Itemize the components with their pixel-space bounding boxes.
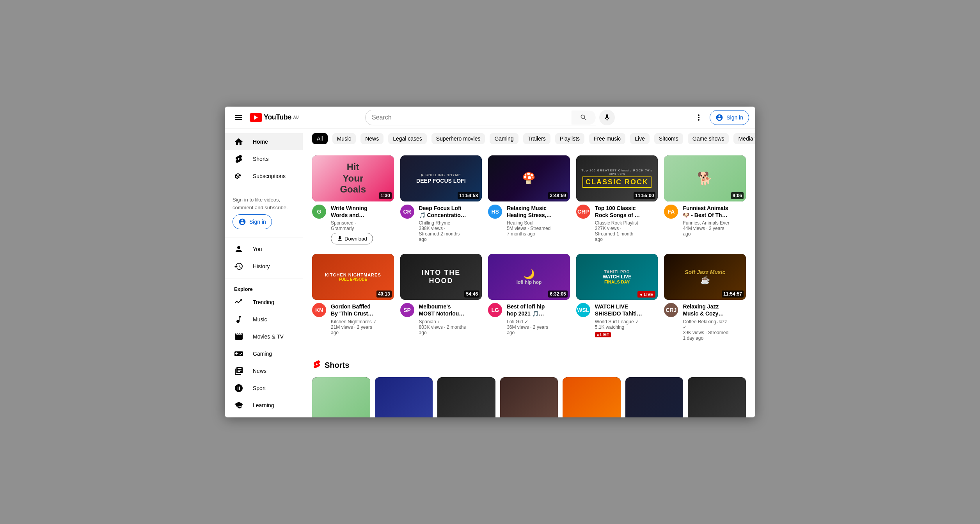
video-card-4[interactable]: Top 100 GREATEST Classic ROCK 70's 80's …	[576, 155, 658, 244]
filter-chip-trailers[interactable]: Trailers	[523, 133, 550, 144]
short-thumbnail-1: 🐕	[312, 377, 370, 417]
short-thumbnail-6: 🦌	[625, 377, 684, 417]
video-info-7: SP Melbourne's MOST Notorious Suburbs pt…	[400, 300, 482, 335]
video-title-6: Gordon Baffled By 'Thin Crust Pizza' | K…	[331, 303, 378, 317]
videos-section: HitYourGoals 1:30 G Write Winning Words …	[303, 149, 755, 356]
filter-chip-all[interactable]: All	[312, 133, 328, 144]
filter-chip-media[interactable]: Media theories	[733, 133, 755, 144]
shorts-grid: 🐕 Golden retriever dog WHAT KIDS SEE WHA…	[312, 377, 746, 417]
sidebar-item-news[interactable]: News	[225, 362, 303, 380]
filter-chip-news[interactable]: News	[360, 133, 383, 144]
history-icon	[234, 262, 243, 271]
search-button[interactable]	[571, 110, 596, 125]
sidebar-label-news: News	[253, 368, 266, 374]
video-card-6[interactable]: KITCHEN NIGHTMARES FULL EPISODE 40:13 KN…	[312, 254, 394, 340]
channel-avatar-8: LG	[488, 303, 502, 317]
sign-in-button[interactable]: Sign in	[710, 110, 749, 125]
filter-chip-gameshows[interactable]: Game shows	[688, 133, 729, 144]
download-button-1[interactable]: Download	[331, 233, 373, 244]
sidebar-item-movies[interactable]: Movies & TV	[225, 328, 303, 345]
thumbnail-6: KITCHEN NIGHTMARES FULL EPISODE 40:13	[312, 254, 394, 300]
search-input[interactable]	[366, 110, 571, 125]
video-stats-4: 327K views · Streamed 1 month ago	[595, 226, 643, 242]
video-title-8: Best of lofi hip hop 2021 🎵 [beats to re…	[507, 303, 554, 317]
channel-avatar-1: G	[312, 205, 326, 219]
explore-section-label: Explore	[225, 282, 303, 294]
short-thumbnail-7: If TikTok was a thing in the 1600s	[688, 377, 746, 417]
sidebar-item-fashion[interactable]: Fashion & beauty	[225, 414, 303, 417]
voice-search-button[interactable]	[599, 110, 615, 125]
sidebar-item-you[interactable]: You	[225, 241, 303, 258]
hamburger-menu-button[interactable]	[231, 110, 247, 125]
video-card-7[interactable]: INTO THEHOOD 54:46 SP Melbourne's MOST N…	[400, 254, 482, 340]
video-meta-6: Gordon Baffled By 'Thin Crust Pizza' | K…	[331, 303, 378, 335]
video-info-5: FA Funniest Animals 🐶 - Best Of The 2020…	[664, 201, 746, 237]
sidebar-item-home[interactable]: Home	[225, 133, 303, 150]
filter-chip-music[interactable]: Music	[332, 133, 356, 144]
video-card-3[interactable]: 🍄 3:48:59 HS Relaxing Music Healing Stre…	[488, 155, 570, 244]
youtube-logo-icon	[250, 113, 262, 122]
sidebar-item-music[interactable]: Music	[225, 311, 303, 328]
thumbnail-9: TAHITI PRO WATCH LIVE FINALS DAY ● LIVE	[576, 254, 658, 300]
more-options-button[interactable]	[691, 110, 707, 125]
filter-chip-legal[interactable]: Legal cases	[388, 133, 427, 144]
video-stats-2: 388K views · Streamed 2 months ago	[419, 226, 467, 242]
trending-icon	[234, 298, 243, 307]
thumbnail-5: 🐕 9:06	[664, 155, 746, 201]
movies-icon	[234, 332, 243, 341]
video-stats-6: 21M views · 2 years ago	[331, 324, 378, 335]
video-card-2[interactable]: ▶ CHILLING RHYME DEEP FOCUS LOFI 11:54:5…	[400, 155, 482, 244]
short-card-7[interactable]: If TikTok was a thing in the 1600s If Ti…	[688, 377, 746, 417]
video-card-1[interactable]: HitYourGoals 1:30 G Write Winning Words …	[312, 155, 394, 244]
short-card-1[interactable]: 🐕 Golden retriever dog	[312, 377, 370, 417]
home-icon	[234, 137, 243, 146]
short-card-6[interactable]: 🦌 Nature and wildlife	[625, 377, 684, 417]
sidebar-label-home: Home	[253, 139, 268, 145]
filter-chip-live[interactable]: Live	[630, 133, 650, 144]
channel-name-9: World Surf League ✓	[595, 319, 643, 324]
short-card-4[interactable]: 🌿 Relaxing short video	[500, 377, 558, 417]
channel-name-6: Kitchen Nightmares ✓	[331, 319, 378, 324]
thumbnail-4: Top 100 GREATEST Classic ROCK 70's 80's …	[576, 155, 658, 201]
channel-avatar-2: CR	[400, 205, 414, 219]
video-title-10: Relaxing Jazz Music & Cozy Coffee Shop A…	[683, 303, 730, 317]
sidebar-label-you: You	[253, 246, 262, 252]
channel-name-8: Lofi Girl ✓	[507, 319, 554, 324]
video-card-8[interactable]: 🌙 lofi hip hop 6:32:05 LG Best of lofi h…	[488, 254, 570, 340]
sport-icon	[234, 383, 243, 393]
short-card-2[interactable]: WHAT KIDS SEE WHAT KIDS SEE	[375, 377, 433, 417]
video-meta-3: Relaxing Music Healing Stress, Anxiety a…	[507, 205, 554, 237]
video-card-10[interactable]: Soft Jazz Music ☕ 11:54:57 CRJ Relaxing …	[664, 254, 746, 340]
channel-avatar-7: SP	[400, 303, 414, 317]
sign-in-label: Sign in	[726, 114, 743, 121]
video-card-9[interactable]: TAHITI PRO WATCH LIVE FINALS DAY ● LIVE …	[576, 254, 658, 340]
filter-chip-superhero[interactable]: Superhero movies	[431, 133, 485, 144]
sidebar-item-subscriptions[interactable]: Subscriptions	[225, 168, 303, 185]
shorts-section-title: Shorts	[325, 361, 349, 370]
sidebar-item-sport[interactable]: Sport	[225, 380, 303, 397]
sidebar-item-trending[interactable]: Trending	[225, 294, 303, 311]
filter-chip-sitcoms[interactable]: Sitcoms	[654, 133, 683, 144]
short-card-5[interactable]: 🍽️ Amazing food recipe	[563, 377, 621, 417]
video-card-5[interactable]: 🐕 9:06 FA Funniest Animals 🐶 - Best Of T…	[664, 155, 746, 244]
sidebar-label-sport: Sport	[253, 385, 266, 391]
sidebar-sign-in-button[interactable]: Sign in	[233, 214, 272, 229]
header-right: Sign in	[679, 110, 749, 125]
video-title-9: WATCH LIVE SHISEIDO Tahiti Pro pres by O…	[595, 303, 643, 317]
videos-row-2: KITCHEN NIGHTMARES FULL EPISODE 40:13 KN…	[312, 254, 746, 340]
youtube-logo[interactable]: YouTubeAU	[250, 113, 299, 122]
video-stats-7: 803K views · 2 months ago	[419, 324, 467, 335]
videos-row-1: HitYourGoals 1:30 G Write Winning Words …	[312, 155, 746, 244]
sidebar-item-shorts[interactable]: Shorts	[225, 150, 303, 168]
filter-chip-playlists[interactable]: Playlists	[555, 133, 584, 144]
sidebar-item-history[interactable]: History	[225, 258, 303, 275]
filter-chip-freemusic[interactable]: Free music	[589, 133, 625, 144]
thumbnail-1: HitYourGoals 1:30	[312, 155, 394, 201]
sidebar-item-gaming[interactable]: Gaming	[225, 345, 303, 362]
filter-chip-gaming[interactable]: Gaming	[490, 133, 518, 144]
sidebar-label-learning: Learning	[253, 402, 274, 408]
video-info-3: HS Relaxing Music Healing Stress, Anxiet…	[488, 201, 570, 237]
sidebar-label-gaming: Gaming	[253, 351, 272, 357]
sidebar-item-learning[interactable]: Learning	[225, 397, 303, 414]
short-card-3[interactable]: 😂 Funny moments	[437, 377, 495, 417]
